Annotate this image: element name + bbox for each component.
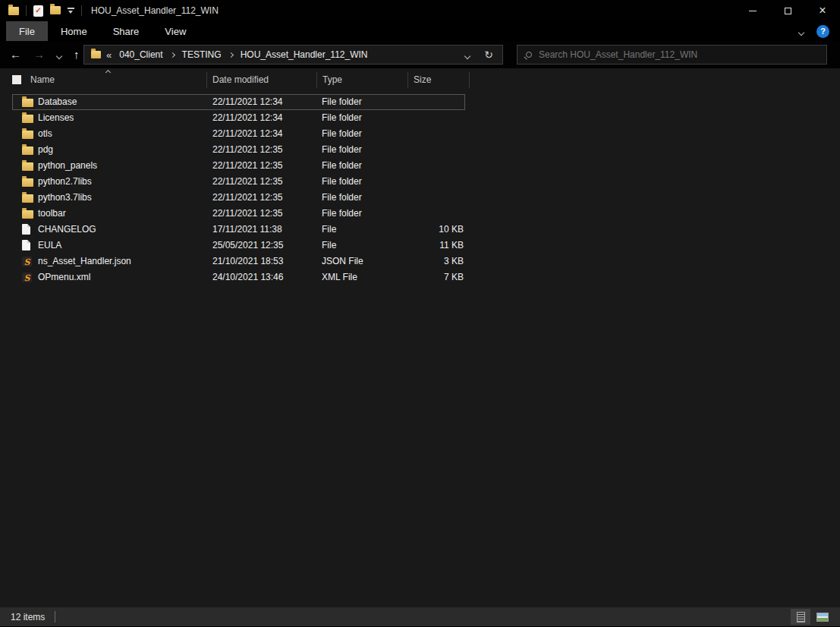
tab-file[interactable]: File: [6, 21, 48, 41]
table-row[interactable]: SOPmenu.xml24/10/2021 13:46XML File7 KB: [12, 269, 465, 285]
breadcrumb-item[interactable]: HOU_Asset_Handler_112_WIN: [238, 49, 370, 60]
file-type: File folder: [322, 176, 362, 187]
minimize-icon: [749, 11, 757, 11]
file-list: Database22/11/2021 12:34File folderLicen…: [0, 94, 840, 285]
search-box[interactable]: [517, 45, 827, 65]
column-header-row: Name Date modified Type Size: [0, 68, 840, 91]
chevron-down-icon: [798, 30, 804, 36]
column-divider: [316, 72, 317, 88]
address-dropdown-button[interactable]: [465, 48, 470, 61]
table-row[interactable]: EULA25/05/2021 12:35File11 KB: [12, 238, 465, 254]
file-icon: [22, 224, 30, 235]
date-modified: 22/11/2021 12:34: [212, 112, 283, 123]
details-view-button[interactable]: [791, 609, 810, 625]
select-all-checkbox[interactable]: [12, 75, 21, 84]
refresh-icon: ↻: [484, 49, 493, 61]
search-icon: [526, 52, 532, 58]
breadcrumb-item[interactable]: 040_Client: [117, 49, 165, 60]
thumbnails-view-button[interactable]: [813, 609, 832, 625]
ribbon-tabs: FileHomeShareView: [6, 21, 199, 41]
breadcrumb-item[interactable]: TESTING: [180, 49, 224, 60]
file-name: Licenses: [38, 112, 74, 123]
column-divider: [407, 72, 408, 88]
breadcrumb-separator-icon[interactable]: [228, 52, 234, 57]
explorer-window: ✓ HOU_Asset_Handler_112_WIN × FileHomeSh…: [0, 0, 840, 627]
date-modified: 22/11/2021 12:34: [212, 128, 283, 139]
date-modified: 25/05/2021 12:35: [212, 240, 283, 250]
folder-icon: [22, 131, 33, 139]
close-button[interactable]: ×: [805, 0, 840, 21]
qat-checklist-button[interactable]: ✓: [33, 5, 43, 17]
ribbon-tab-bar: FileHomeShareView ?: [0, 21, 840, 41]
recent-locations-button[interactable]: [57, 48, 61, 61]
folder-icon: [22, 210, 33, 219]
quick-access-toolbar: ✓ HOU_Asset_Handler_112_WIN: [0, 0, 219, 21]
file-size: 3 KB: [354, 256, 464, 266]
date-modified: 17/11/2021 11:38: [212, 224, 282, 235]
address-bar[interactable]: « 040_ClientTESTINGHOU_Asset_Handler_112…: [83, 45, 503, 65]
chevron-down-icon: [464, 53, 470, 59]
back-button[interactable]: ←: [10, 48, 21, 61]
folder-icon: [22, 162, 33, 171]
file-type: File: [322, 224, 336, 235]
file-name: python2.7libs: [38, 176, 92, 187]
status-bar: 12 items: [0, 607, 840, 627]
folder-icon: [22, 147, 33, 155]
date-modified: 22/11/2021 12:35: [212, 208, 283, 219]
breadcrumb-separator-icon[interactable]: [170, 52, 175, 57]
column-header-name[interactable]: Name: [30, 74, 55, 85]
date-modified: 21/10/2021 18:53: [212, 256, 283, 266]
details-view-icon: [797, 612, 805, 622]
navigation-bar: ← → ↑ « 040_ClientTESTINGHOU_Asset_Handl…: [0, 41, 840, 68]
qat-customize-button[interactable]: [68, 4, 74, 17]
file-name: CHANGELOG: [38, 224, 96, 235]
refresh-button[interactable]: ↻: [484, 48, 493, 61]
forward-button[interactable]: →: [33, 48, 45, 61]
tab-view[interactable]: View: [152, 21, 199, 41]
table-row[interactable]: pdg22/11/2021 12:35File folder: [12, 142, 465, 158]
sublime-glyph: S: [24, 273, 30, 283]
maximize-icon: [785, 8, 791, 14]
sublime-glyph: S: [24, 257, 30, 267]
title-bar: ✓ HOU_Asset_Handler_112_WIN ×: [0, 0, 840, 21]
date-modified: 22/11/2021 12:34: [212, 96, 283, 107]
date-modified: 22/11/2021 12:35: [212, 176, 283, 187]
file-name: Database: [38, 96, 77, 107]
help-button[interactable]: ?: [816, 25, 829, 38]
column-header-date-modified[interactable]: Date modified: [212, 74, 269, 85]
tab-home[interactable]: Home: [48, 21, 100, 41]
minimize-button[interactable]: [735, 0, 770, 21]
ribbon-right-controls: ?: [799, 21, 840, 41]
table-row[interactable]: Licenses22/11/2021 12:34File folder: [12, 110, 465, 126]
file-name: python_panels: [38, 160, 97, 171]
table-row[interactable]: python2.7libs22/11/2021 12:35File folder: [12, 174, 465, 190]
search-input[interactable]: [539, 49, 818, 60]
forward-arrow-icon: →: [33, 48, 45, 61]
table-row[interactable]: Database22/11/2021 12:34File folder: [12, 94, 465, 110]
file-name: pdg: [38, 144, 53, 155]
view-toggle-group: [791, 609, 832, 625]
column-header-type[interactable]: Type: [322, 74, 342, 85]
date-modified: 24/10/2021 13:46: [212, 272, 283, 282]
column-divider: [469, 72, 470, 88]
table-row[interactable]: otls22/11/2021 12:34File folder: [12, 126, 465, 142]
chevron-down-icon: [56, 53, 62, 59]
file-type: File: [322, 240, 336, 250]
help-icon: ?: [816, 25, 829, 38]
table-row[interactable]: python3.7libs22/11/2021 12:35File folder: [12, 190, 465, 206]
column-header-size[interactable]: Size: [414, 74, 431, 85]
folder-icon: [22, 178, 33, 187]
up-button[interactable]: ↑: [74, 48, 80, 61]
table-row[interactable]: Sns_Asset_Handler.json21/10/2021 18:53JS…: [12, 254, 465, 269]
window-title: HOU_Asset_Handler_112_WIN: [91, 5, 219, 16]
qat-folder-button[interactable]: [50, 4, 61, 17]
collapsed-breadcrumb-icon[interactable]: «: [106, 49, 112, 61]
maximize-button[interactable]: [770, 0, 805, 21]
table-row[interactable]: toolbar22/11/2021 12:35File folder: [12, 206, 465, 222]
expand-ribbon-button[interactable]: [799, 24, 804, 38]
table-row[interactable]: python_panels22/11/2021 12:35File folder: [12, 158, 465, 174]
file-name: EULA: [38, 240, 61, 250]
thumbnails-view-icon: [816, 613, 829, 622]
tab-share[interactable]: Share: [100, 21, 153, 41]
table-row[interactable]: CHANGELOG17/11/2021 11:38File10 KB: [12, 222, 465, 238]
